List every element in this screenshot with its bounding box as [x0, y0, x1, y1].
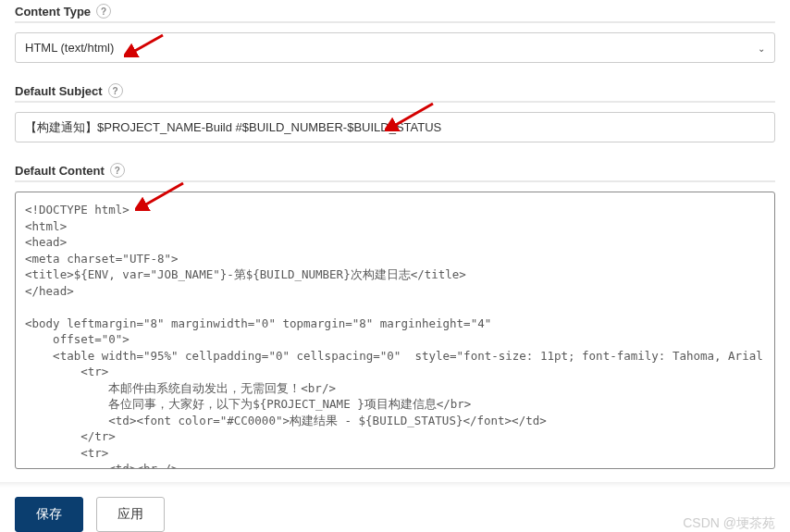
default-subject-header: Default Subject ? — [15, 83, 775, 103]
default-content-value: <!DOCTYPE html> <html> <head> <meta char… — [25, 202, 765, 469]
help-icon[interactable]: ? — [96, 4, 111, 19]
default-content-section: Default Content ? <!DOCTYPE html> <html>… — [15, 163, 775, 469]
default-subject-input[interactable] — [15, 112, 775, 142]
watermark-text: CSDN @埂茶苑 — [683, 515, 775, 532]
footer-toolbar: 保存 应用 CSDN @埂茶苑 — [0, 486, 790, 532]
default-content-label: Default Content — [15, 164, 105, 178]
apply-button[interactable]: 应用 — [96, 497, 165, 532]
content-type-value: HTML (text/html) — [25, 41, 114, 55]
content-type-section: Content Type ? HTML (text/html) ⌄ — [15, 4, 775, 63]
chevron-down-icon: ⌄ — [758, 43, 765, 53]
content-type-select[interactable]: HTML (text/html) ⌄ — [15, 32, 775, 63]
content-type-label: Content Type — [15, 5, 91, 19]
help-icon[interactable]: ? — [108, 83, 123, 98]
default-content-textarea[interactable]: <!DOCTYPE html> <html> <head> <meta char… — [15, 192, 775, 469]
help-icon[interactable]: ? — [110, 163, 125, 178]
save-button[interactable]: 保存 — [15, 497, 83, 532]
content-type-header: Content Type ? — [15, 4, 775, 23]
default-subject-section: Default Subject ? — [15, 83, 775, 142]
default-content-header: Default Content ? — [15, 163, 775, 182]
default-subject-label: Default Subject — [15, 84, 103, 98]
